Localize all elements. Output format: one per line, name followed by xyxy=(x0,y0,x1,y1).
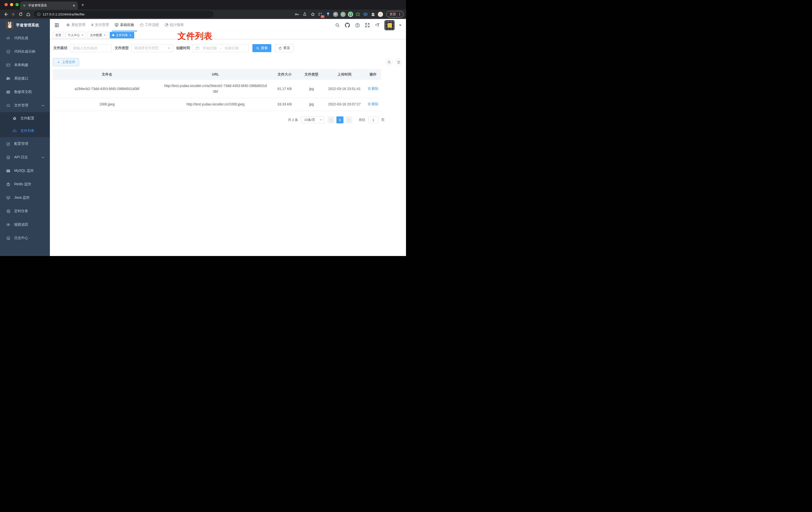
share-icon[interactable] xyxy=(301,11,308,18)
font-size-icon[interactable]: TT xyxy=(375,23,380,28)
date-start-input[interactable] xyxy=(201,46,219,50)
minimize-window-button[interactable] xyxy=(10,3,13,6)
sidebar-item-log-center[interactable]: 日志中心 xyxy=(0,231,50,245)
extension-eye-icon[interactable] xyxy=(362,11,368,17)
update-button[interactable]: 更新 ⋮ xyxy=(386,11,404,18)
sidebar-item-mysql-monitor[interactable]: MySQL 监控 xyxy=(0,164,50,178)
sidebar-item-code-generation[interactable]: 代码生成 xyxy=(0,31,50,45)
tag-close-icon[interactable]: ✕ xyxy=(129,34,132,37)
site-info-icon[interactable] xyxy=(37,12,41,16)
maximize-window-button[interactable] xyxy=(16,3,19,6)
sidebar-item-java-monitor[interactable]: Java 监控 xyxy=(0,191,50,204)
avatar-qr-image[interactable] xyxy=(384,20,395,30)
tag-file-list[interactable]: 文件列表 ✕ xyxy=(110,32,134,38)
reload-icon[interactable] xyxy=(18,11,24,18)
fullscreen-icon[interactable] xyxy=(365,23,370,28)
refresh-table-icon-button[interactable] xyxy=(395,59,402,65)
search-icon[interactable] xyxy=(335,23,340,28)
extension-tiles-icon[interactable]: 11 xyxy=(317,11,323,17)
tab-close-icon[interactable]: ✕ xyxy=(72,4,75,7)
main-area: 文件列表 系统管理 ¥ 支付管理 基 xyxy=(50,19,406,256)
tags-view-bar: 首页 个人中心 ✕ 文件配置 ✕ 文件列表 ✕ xyxy=(50,31,406,39)
sidebar-item-scheduled-tasks[interactable]: 定时任务 xyxy=(0,204,50,218)
avatar-caret-icon[interactable] xyxy=(399,25,402,27)
top-menu: 系统管理 ¥ 支付管理 基础设施 工作流程 xyxy=(63,19,187,31)
date-range-picker[interactable]: - xyxy=(193,44,249,52)
search-button[interactable]: 搜索 xyxy=(252,44,271,52)
sidebar-item-redis-monitor[interactable]: Redis 监控 xyxy=(0,178,50,191)
bookmark-star-icon[interactable] xyxy=(310,11,316,18)
sidebar-item-label: Java 监控 xyxy=(14,195,29,200)
sidebar-item-file-config[interactable]: 文件配置 xyxy=(0,112,50,125)
url-bar[interactable]: 127.0.0.1:1024/infra/file/file xyxy=(34,11,213,18)
forward-icon[interactable] xyxy=(10,11,17,18)
sidebar-item-file-management[interactable]: 文件管理 xyxy=(0,99,50,112)
menu-kebab-icon[interactable]: ⋮ xyxy=(398,12,401,16)
github-icon[interactable] xyxy=(345,23,350,28)
sidebar-item-config-management[interactable]: 配置管理 xyxy=(0,137,50,151)
app-logo[interactable]: 芋道管理系统 xyxy=(0,19,50,31)
date-end-input[interactable] xyxy=(223,46,240,50)
top-menu-system[interactable]: 系统管理 xyxy=(63,19,88,31)
goto-page-input[interactable] xyxy=(368,116,378,123)
collapse-sidebar-icon[interactable] xyxy=(53,22,61,29)
top-menu-reports[interactable]: 统计报表 xyxy=(162,19,187,31)
tag-close-icon[interactable]: ✕ xyxy=(104,34,106,37)
next-page-button[interactable] xyxy=(345,116,352,123)
extension-y-icon[interactable]: Y xyxy=(347,11,353,17)
tag-file-config[interactable]: 文件配置 ✕ xyxy=(88,32,108,38)
chart-monitor-icon xyxy=(6,169,10,173)
reset-button[interactable]: 重置 xyxy=(275,44,294,52)
delete-button[interactable]: 删除 xyxy=(368,101,378,107)
top-menu-workflow[interactable]: 工作流程 xyxy=(137,19,162,31)
sidebar-item-label: 日志中心 xyxy=(14,236,28,240)
tag-home[interactable]: 首页 xyxy=(53,32,64,38)
sidebar-item-label: 文件列表 xyxy=(21,129,34,133)
browser-tab[interactable]: 芋道管理系统 ✕ xyxy=(20,1,78,9)
tag-label: 文件配置 xyxy=(90,33,102,37)
cloud-download-icon xyxy=(6,104,10,107)
sidebar-item-trace[interactable]: 链路追踪 xyxy=(0,218,50,231)
page-number-button[interactable]: 1 xyxy=(337,116,343,123)
sidebar-item-db-doc[interactable]: 数据库文档 xyxy=(0,85,50,99)
top-menu-payment[interactable]: ¥ 支付管理 xyxy=(88,19,112,31)
sidebar-item-form-builder[interactable]: 表单构建 xyxy=(0,58,50,72)
sidebar-item-system-api[interactable]: 系统接口 xyxy=(0,72,50,85)
extension-star-icon[interactable] xyxy=(355,11,361,17)
home-icon[interactable] xyxy=(25,11,31,18)
header-actions: 操作 xyxy=(365,69,381,80)
type-select[interactable]: 请选择文件类型 xyxy=(131,44,173,52)
path-input[interactable] xyxy=(73,46,109,50)
help-icon[interactable] xyxy=(355,23,360,28)
cell-file-size: 33.33 KB xyxy=(270,98,299,111)
show-search-icon-button[interactable] xyxy=(385,59,393,65)
sidebar-item-file-list[interactable]: 文件列表 xyxy=(0,125,50,137)
top-menu-infrastructure[interactable]: 基础设施 xyxy=(112,19,137,31)
tag-close-icon[interactable]: ✕ xyxy=(81,34,84,37)
delete-label: 删除 xyxy=(372,86,378,91)
browser-tab-title: 芋道管理系统 xyxy=(28,3,70,8)
new-tab-button[interactable]: + xyxy=(81,2,84,8)
password-key-icon[interactable] xyxy=(293,11,300,18)
sidebar-item-code-example[interactable]: 代码生成示例 xyxy=(0,45,50,58)
delete-button[interactable]: 删除 xyxy=(368,86,378,91)
extension-pin-icon[interactable] xyxy=(325,11,331,17)
prev-page-button[interactable] xyxy=(327,116,335,123)
back-icon[interactable] xyxy=(2,11,9,18)
extension-puzzle-icon[interactable] xyxy=(370,11,376,17)
edit-square-icon xyxy=(6,142,10,146)
page-size-select[interactable]: 10条/页 xyxy=(301,116,324,123)
cell-url: http://test.yudao.iocoder.cn/a294ecb2-73… xyxy=(161,80,270,98)
upload-file-button[interactable]: ＋ 上传文件 xyxy=(53,58,79,66)
extension-dot-icon[interactable] xyxy=(340,11,346,17)
sidebar-item-api-log[interactable]: API 日志 xyxy=(0,151,50,164)
document-edit-icon xyxy=(6,155,10,159)
tag-profile[interactable]: 个人中心 ✕ xyxy=(65,32,86,38)
sidebar-item-label: Redis 监控 xyxy=(14,182,31,186)
chevron-up-icon xyxy=(42,105,45,107)
screen: 芋道管理系统 ✕ + 127.0.0.1:1024/infra/file/fil… xyxy=(0,0,406,256)
sidebar-item-label: 代码生成 xyxy=(14,36,28,40)
extension-command-icon[interactable]: ⌘ xyxy=(332,11,339,17)
close-window-button[interactable] xyxy=(4,3,8,6)
extension-emoji-icon[interactable]: ☺ xyxy=(377,11,383,17)
